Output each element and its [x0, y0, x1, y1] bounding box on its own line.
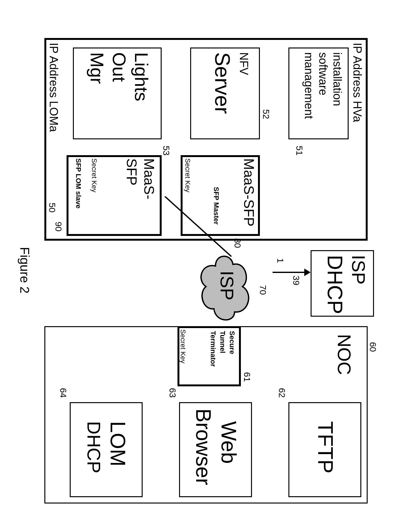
web-box — [179, 402, 252, 497]
cloud-id: 70 — [258, 285, 268, 295]
isp-l1: ISP — [348, 255, 369, 285]
isp-l2: DHCP — [323, 255, 347, 314]
tftp-id: 62 — [277, 388, 287, 398]
install-l1: installation — [331, 52, 344, 106]
right-outer-id: 60 — [368, 342, 378, 352]
lights-id: 53 — [161, 146, 171, 155]
stt-id: 61 — [242, 372, 252, 382]
svg-marker-1 — [304, 269, 311, 276]
ip-bottom: IP Address LOMa — [47, 43, 60, 132]
left-outer-id: 50 — [47, 203, 57, 212]
web-l1: Web — [217, 421, 241, 464]
lom-l2: DHCP — [83, 421, 105, 473]
ip-top: IP Address HVa — [351, 43, 364, 122]
nfv-id: 52 — [261, 109, 271, 119]
nfv-l2: Server — [210, 52, 235, 114]
arrow-id-39: 39 — [291, 276, 301, 285]
install-l2: software — [316, 52, 330, 95]
sfp-bot-sub: SFP LOM slave — [74, 158, 82, 209]
install-l3: management — [302, 52, 315, 119]
web-id: 63 — [167, 388, 177, 398]
nfv-l1: NFV — [237, 52, 250, 75]
sfp-bot-t2: SFP — [124, 158, 139, 186]
stt-key: Secret Key — [179, 329, 187, 364]
diagram-stage: 50 IP Address HVa IP Address LOMa instal… — [0, 0, 393, 532]
cloud-link — [162, 196, 244, 260]
figure-label: Figure 2 — [17, 247, 32, 294]
lights-l2: Out — [109, 52, 130, 82]
sfp-bot-key: Secret Key — [90, 158, 98, 193]
arrow-one: 1 — [275, 258, 285, 263]
svg-line-2 — [165, 196, 231, 256]
sfp-top-key: Secret Key — [184, 158, 192, 193]
tftp-label: TFTP — [313, 421, 338, 473]
stt-l2: Tunnel — [218, 331, 227, 353]
cloud-label: ISP — [216, 271, 238, 301]
stt-l1: Secure — [228, 331, 236, 354]
lom-id: 64 — [58, 388, 68, 398]
install-id: 51 — [294, 146, 304, 155]
sfp-bot-id: 90 — [53, 222, 63, 231]
noc-label: NOC — [334, 334, 355, 375]
lights-l1: Lights — [131, 52, 152, 101]
sfp-bot-t1: MaaS- — [141, 158, 157, 200]
lights-l3: Mgr — [87, 52, 108, 84]
web-l2: Browser — [191, 408, 216, 485]
lom-l1: LOM — [106, 421, 130, 466]
stt-l3: Terminator — [209, 331, 217, 367]
